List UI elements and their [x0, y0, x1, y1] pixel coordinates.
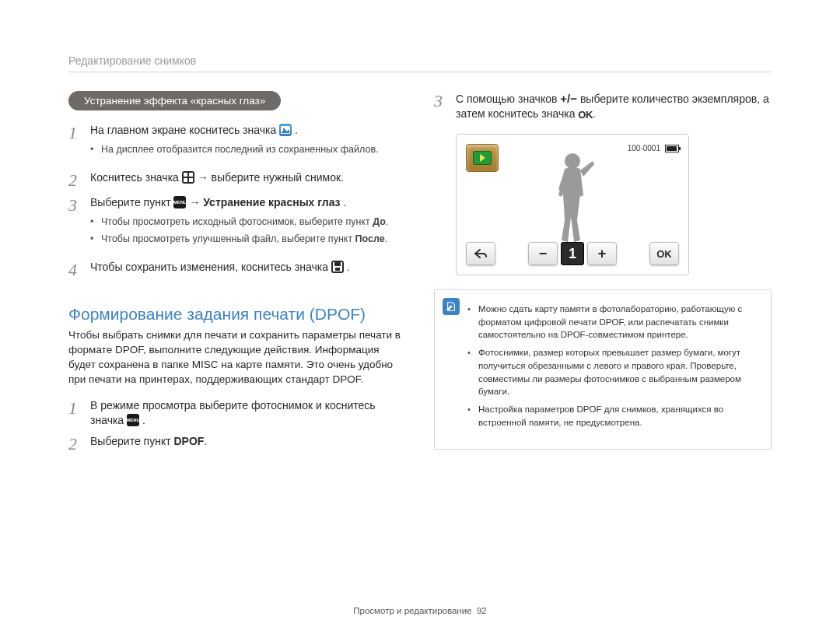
step-text: Коснитесь значка	[90, 171, 182, 184]
breadcrumb: Редактирование снимков	[68, 54, 772, 72]
step-body: С помощью значков +/− выберите количеств…	[456, 91, 772, 121]
step-text: .	[204, 435, 207, 447]
note-bullets: Можно сдать карту памяти в фотолаборатор…	[467, 303, 760, 433]
footer-section: Просмотр и редактирование	[353, 606, 471, 615]
left-column: Устранение эффекта «красных глаз» 1 На г…	[68, 91, 406, 459]
ok-symbol: OK	[578, 108, 593, 122]
copies-count: 1	[561, 242, 584, 265]
bullet-text: Чтобы просмотреть исходный фотоснимок, в…	[101, 216, 373, 227]
screenshot-inner: 100-0001	[461, 139, 684, 270]
step-number: 3	[434, 91, 448, 121]
step-text: →	[189, 196, 203, 208]
menu-icon: MENU	[127, 414, 139, 426]
footer-page-number: 92	[477, 606, 487, 615]
step-number: 2	[68, 434, 82, 453]
step-bullet: Чтобы просмотреть улучшенный файл, выбер…	[90, 232, 406, 246]
step-body: В режиме просмотра выберите фотоснимок и…	[90, 398, 406, 428]
note-icon	[443, 298, 460, 315]
svg-point-9	[565, 153, 580, 169]
plus-button[interactable]: +	[587, 242, 617, 265]
svg-rect-7	[334, 262, 341, 266]
step-text: .	[142, 414, 145, 426]
step-bullet: На дисплее отобразится последний из сохр…	[90, 142, 406, 156]
copies-stepper: − 1 +	[528, 242, 617, 265]
page: Редактирование снимков Устранение эффект…	[0, 0, 840, 482]
album-icon	[279, 124, 292, 136]
two-columns: Устранение эффекта «красных глаз» 1 На г…	[68, 91, 772, 459]
dpof-step-1: 1 В режиме просмотра выберите фотоснимок…	[68, 398, 406, 428]
step-text: .	[593, 107, 596, 120]
step-number: 2	[68, 170, 82, 189]
bullet-text: .	[386, 216, 388, 227]
right-column: 3 С помощью значков +/− выберите количес…	[434, 91, 772, 459]
redeye-step-2: 2 Коснитесь значка → выберите нужный сни…	[68, 170, 406, 189]
step-text: Выберите пункт	[90, 435, 173, 447]
step-text: .	[343, 196, 346, 208]
svg-rect-4	[184, 178, 187, 182]
battery-icon	[665, 145, 679, 152]
step-text: .	[295, 124, 298, 136]
step-text: → выберите нужный снимок.	[198, 171, 344, 184]
minus-button[interactable]: −	[528, 242, 558, 265]
step-bullet: Чтобы просмотреть исходный фотоснимок, в…	[90, 215, 406, 229]
save-icon	[331, 261, 344, 273]
camera-screenshot: 100-0001	[456, 134, 689, 275]
step-text: Выберите пункт	[90, 196, 173, 208]
dpof-step-2: 2 Выберите пункт DPOF.	[68, 434, 406, 453]
screenshot-toolbar: − 1 + OK	[466, 242, 679, 265]
screenshot-statusbar: 100-0001	[628, 144, 679, 152]
section-pill: Устранение эффекта «красных глаз»	[68, 91, 281, 110]
dpof-step-3: 3 С помощью значков +/− выберите количес…	[434, 91, 772, 121]
step-text: На главном экране коснитесь значка	[90, 124, 279, 136]
step-body: Чтобы сохранить изменения, коснитесь зна…	[90, 260, 406, 278]
svg-rect-8	[335, 268, 340, 271]
step-body: Выберите пункт MENU → Устранение красных…	[90, 195, 406, 254]
step-body: Коснитесь значка → выберите нужный снимо…	[90, 170, 406, 189]
bullet-text-bold: До	[373, 216, 386, 227]
thumbnails-icon	[182, 171, 194, 184]
redeye-step-4: 4 Чтобы сохранить изменения, коснитесь з…	[68, 260, 406, 278]
person-silhouette-icon	[541, 150, 604, 247]
note-bullet: Настройка параметров DPOF для снимков, х…	[467, 403, 760, 429]
section-heading-dpof: Формирование задания печати (DPOF)	[68, 305, 406, 324]
step-text: С помощью значков	[456, 93, 560, 105]
menu-icon: MENU	[173, 196, 186, 208]
step-body: Выберите пункт DPOF.	[90, 434, 406, 453]
step-text: .	[347, 261, 350, 273]
redeye-step-1: 1 На главном экране коснитесь значка . Н…	[68, 123, 406, 164]
step-body: На главном экране коснитесь значка . На …	[90, 123, 406, 164]
redeye-step-3: 3 Выберите пункт MENU → Устранение красн…	[68, 195, 406, 254]
step-text: Чтобы сохранить изменения, коснитесь зна…	[90, 261, 331, 273]
plus-minus-symbol: +/−	[560, 92, 577, 105]
svg-rect-2	[184, 173, 187, 177]
step-number: 4	[68, 260, 82, 278]
note-box: Можно сдать карту памяти в фотолаборатор…	[434, 289, 772, 450]
step-number: 1	[68, 123, 82, 164]
step-text-bold: DPOF	[173, 435, 204, 447]
svg-rect-5	[189, 178, 193, 182]
bullet-text: Чтобы просмотреть улучшенный файл, выбер…	[101, 233, 355, 244]
page-footer: Просмотр и редактирование 92	[0, 606, 840, 615]
step-number: 3	[68, 195, 82, 254]
dpof-intro-paragraph: Чтобы выбрать снимки для печати и сохран…	[68, 328, 406, 387]
bullet-text: .	[385, 233, 387, 244]
file-number: 100-0001	[628, 144, 660, 152]
back-button[interactable]	[466, 242, 495, 265]
ok-button[interactable]: OK	[649, 242, 679, 265]
gallery-button-icon	[466, 144, 499, 172]
note-bullet: Фотоснимки, размер которых превышает раз…	[467, 346, 760, 398]
bullet-text-bold: После	[355, 233, 385, 244]
note-bullet: Можно сдать карту памяти в фотолаборатор…	[467, 303, 760, 342]
svg-rect-3	[189, 173, 193, 177]
step-text-bold: Устранение красных глаз	[203, 196, 340, 208]
step-number: 1	[68, 398, 82, 428]
